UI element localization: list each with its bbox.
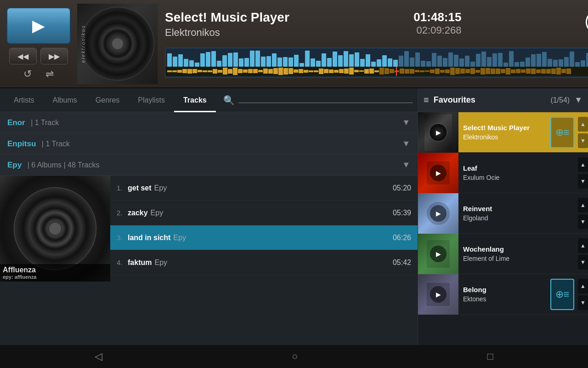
track-item-4[interactable]: 4. faktum Epy 05:42 [110, 250, 418, 275]
progress-indicator [396, 67, 397, 76]
time-current: 01:48:15 [413, 10, 461, 24]
fav-info-3: Reinvent Elgoland [458, 201, 576, 225]
tab-albums[interactable]: Albums [43, 88, 86, 112]
chevron-epy: ▼ [402, 160, 410, 170]
fav-item-leaf[interactable]: ▶ Leaf Exulum Ocie ▲ ▼ [418, 153, 588, 193]
transport-controls: ◀◀ ▶▶ ↺ ⇌ [0, 3, 77, 85]
album-cover-affluenza: Affluenza epy: affluenza [0, 176, 110, 282]
fav-down-btn-3[interactable]: ▼ [578, 214, 588, 229]
fav-add-playlist-btn-1[interactable]: ⊕≡ [550, 117, 574, 148]
fav-play-btn-4[interactable]: ▶ [430, 246, 447, 262]
favourites-header: ≡ Favourites (1/54) ▼ [418, 88, 588, 112]
tab-bar: Artists Albums Genres Playlists Tracks 🔍 [0, 88, 418, 112]
fav-info-5: Belong Ektones [458, 282, 548, 306]
fav-down-btn-5[interactable]: ▼ [578, 295, 588, 310]
fav-item-belong[interactable]: ▶ Belong Ektones ⊕≡ ▲ ▼ [418, 274, 588, 315]
fav-item-wochenlang[interactable]: ▶ Wochenlang Element of Lime ▲ ▼ [418, 234, 588, 274]
tab-tracks[interactable]: Tracks [174, 88, 216, 112]
fav-thumb-5: ▶ [418, 274, 458, 315]
fav-thumb-2: ▶ [418, 153, 458, 193]
album-title-label: Affluenza epy: affluenza [0, 264, 110, 282]
bottom-nav: ◁ ○ □ [0, 345, 588, 368]
fav-play-btn-5[interactable]: ▶ [430, 286, 447, 303]
track-item-1[interactable]: 1. get set Epy 05:20 [110, 176, 418, 201]
fav-thumb-1: ▶ [418, 112, 458, 153]
main-content: Artists Albums Genres Playlists Tracks 🔍 [0, 88, 588, 345]
fav-up-btn-2[interactable]: ▲ [578, 157, 588, 172]
track-artist: Elektronikos [165, 27, 289, 39]
prev-button[interactable]: ◀◀ [9, 48, 37, 64]
artist-group-enor[interactable]: Enor | 1 Track ▼ [0, 112, 418, 133]
next-button[interactable]: ▶▶ [40, 48, 68, 64]
fav-play-btn-1[interactable]: ▶ [430, 124, 447, 141]
album-art-label: elektronikos [80, 25, 86, 63]
tab-artists[interactable]: Artists [5, 88, 43, 112]
fav-item-reinvent[interactable]: ▶ Reinvent Elgoland ▲ ▼ [418, 193, 588, 234]
repeat-button[interactable]: ↺ [23, 68, 32, 80]
fav-up-btn-4[interactable]: ▲ [578, 238, 588, 253]
tab-playlists[interactable]: Playlists [129, 88, 174, 112]
fav-down-btn-4[interactable]: ▼ [578, 255, 588, 270]
tracks-list-epy: 1. get set Epy 05:20 2. zacky Epy 05:39 … [110, 176, 418, 282]
library-panel: Artists Albums Genres Playlists Tracks 🔍 [0, 88, 418, 345]
back-button[interactable]: ◁ [81, 346, 116, 367]
waveform[interactable] [165, 48, 588, 78]
recent-button[interactable]: □ [474, 346, 507, 367]
album-art: elektronikos [77, 4, 158, 84]
info-button[interactable]: i [586, 10, 588, 34]
search-button[interactable]: 🔍 [220, 91, 238, 109]
player-bar: ◀◀ ▶▶ ↺ ⇌ elektronikos Select! Music Pla… [0, 0, 588, 88]
fav-down-btn-2[interactable]: ▼ [578, 174, 588, 189]
fav-info-4: Wochenlang Element of Lime [458, 242, 576, 266]
track-info: Select! Music Player Elektronikos 01:48:… [158, 4, 588, 84]
fav-list: ▶ Select! Music Player Elektronikos ⊕≡ ▲… [418, 112, 588, 345]
fav-list-icon: ≡ [424, 95, 429, 105]
search-underline [238, 103, 413, 103]
fav-down-btn-1[interactable]: ▼ [578, 133, 588, 148]
fav-up-btn-1[interactable]: ▲ [578, 117, 588, 132]
fav-info-2: Leaf Exulum Ocie [458, 161, 576, 185]
artist-group-epy[interactable]: Epy | 6 Albums | 48 Tracks ▼ [0, 155, 418, 176]
track-list: Enor | 1 Track ▼ Enpitsu | 1 Track ▼ Epy… [0, 112, 418, 345]
chevron-enor: ▼ [402, 118, 410, 127]
play-button[interactable] [6, 7, 71, 44]
vinyl-record [81, 7, 154, 80]
fav-thumb-4: ▶ [418, 234, 458, 274]
home-button[interactable]: ○ [278, 346, 311, 367]
fav-info-1: Select! Music Player Elektronikos [458, 120, 548, 144]
fav-item-select-music-player[interactable]: ▶ Select! Music Player Elektronikos ⊕≡ ▲… [418, 112, 588, 153]
fav-dropdown[interactable]: ▼ [574, 95, 582, 105]
chevron-enpitsu: ▼ [402, 139, 410, 149]
fav-play-btn-3[interactable]: ▶ [430, 205, 447, 222]
album-section-epy: Affluenza epy: affluenza 1. get set Epy … [0, 176, 418, 282]
fav-add-playlist-btn-5[interactable]: ⊕≡ [550, 279, 574, 310]
track-title: Select! Music Player [165, 10, 289, 25]
track-item-3[interactable]: 3. land in sicht Epy 06:26 [110, 225, 418, 250]
fav-play-btn-2[interactable]: ▶ [430, 165, 447, 181]
fav-thumb-3: ▶ [418, 193, 458, 234]
time-total: 02:09:268 [413, 24, 461, 36]
artist-group-enpitsu[interactable]: Enpitsu | 1 Track ▼ [0, 133, 418, 155]
track-item-2[interactable]: 2. zacky Epy 05:39 [110, 201, 418, 225]
fav-up-btn-5[interactable]: ▲ [578, 279, 588, 293]
shuffle-button[interactable]: ⇌ [45, 68, 54, 80]
tab-genres[interactable]: Genres [86, 88, 129, 112]
fav-up-btn-3[interactable]: ▲ [578, 198, 588, 213]
favourites-panel: ≡ Favourites (1/54) ▼ ▶ Select! Music Pl… [418, 88, 588, 345]
